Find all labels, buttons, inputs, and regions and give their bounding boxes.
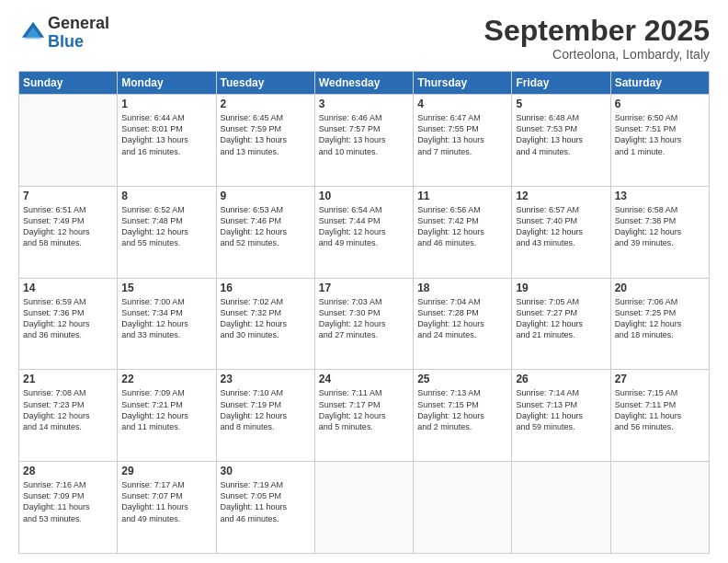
calendar-header-row: SundayMondayTuesdayWednesdayThursdayFrid… (19, 72, 710, 95)
cell-text: Sunrise: 7:14 AMSunset: 7:13 PMDaylight:… (516, 387, 606, 432)
day-number: 27 (615, 373, 705, 385)
cell-text: Sunrise: 6:53 AMSunset: 7:46 PMDaylight:… (221, 204, 311, 249)
cell-text: Sunrise: 6:44 AMSunset: 8:01 PMDaylight:… (121, 112, 211, 157)
calendar-cell: 1Sunrise: 6:44 AMSunset: 8:01 PMDaylight… (118, 95, 216, 187)
day-number: 20 (615, 282, 705, 294)
location: Corteolona, Lombardy, Italy (484, 47, 710, 62)
cell-text: Sunrise: 7:09 AMSunset: 7:21 PMDaylight:… (121, 387, 211, 432)
day-number: 12 (516, 190, 606, 202)
day-number: 1 (121, 98, 211, 110)
logo-general-text: General (48, 14, 109, 32)
day-number: 16 (221, 282, 311, 294)
calendar-day-header: Sunday (19, 72, 118, 95)
calendar-cell (19, 95, 118, 187)
calendar-cell: 23Sunrise: 7:10 AMSunset: 7:19 PMDayligh… (216, 370, 314, 462)
header: General Blue September 2025 Corteolona, … (18, 15, 710, 62)
cell-text: Sunrise: 6:48 AMSunset: 7:53 PMDaylight:… (516, 112, 606, 157)
cell-text: Sunrise: 6:54 AMSunset: 7:44 PMDaylight:… (319, 204, 409, 249)
calendar-cell: 21Sunrise: 7:08 AMSunset: 7:23 PMDayligh… (19, 370, 118, 462)
calendar-day-header: Tuesday (216, 72, 314, 95)
day-number: 13 (615, 190, 705, 202)
calendar-cell: 22Sunrise: 7:09 AMSunset: 7:21 PMDayligh… (118, 370, 216, 462)
calendar-cell: 8Sunrise: 6:52 AMSunset: 7:48 PMDaylight… (118, 186, 216, 278)
logo-icon (20, 20, 46, 46)
page: General Blue September 2025 Corteolona, … (0, 0, 728, 563)
calendar-week-row: 7Sunrise: 6:51 AMSunset: 7:49 PMDaylight… (19, 186, 710, 278)
calendar-cell: 13Sunrise: 6:58 AMSunset: 7:38 PMDayligh… (610, 186, 709, 278)
calendar-cell: 30Sunrise: 7:19 AMSunset: 7:05 PMDayligh… (216, 462, 314, 554)
cell-text: Sunrise: 7:13 AMSunset: 7:15 PMDaylight:… (417, 387, 507, 432)
day-number: 10 (319, 190, 409, 202)
cell-text: Sunrise: 6:59 AMSunset: 7:36 PMDaylight:… (23, 296, 113, 341)
calendar-cell: 27Sunrise: 7:15 AMSunset: 7:11 PMDayligh… (610, 370, 709, 462)
day-number: 8 (121, 190, 211, 202)
day-number: 14 (23, 282, 113, 294)
calendar-cell: 17Sunrise: 7:03 AMSunset: 7:30 PMDayligh… (314, 278, 413, 370)
calendar-cell (414, 462, 512, 554)
day-number: 11 (417, 190, 507, 202)
cell-text: Sunrise: 6:51 AMSunset: 7:49 PMDaylight:… (23, 204, 113, 249)
day-number: 15 (121, 282, 211, 294)
calendar-cell (610, 462, 709, 554)
month-title: September 2025 (484, 15, 710, 47)
calendar-week-row: 14Sunrise: 6:59 AMSunset: 7:36 PMDayligh… (19, 278, 710, 370)
day-number: 9 (221, 190, 311, 202)
day-number: 22 (121, 373, 211, 385)
calendar-day-header: Monday (118, 72, 216, 95)
calendar-cell: 9Sunrise: 6:53 AMSunset: 7:46 PMDaylight… (216, 186, 314, 278)
calendar-week-row: 21Sunrise: 7:08 AMSunset: 7:23 PMDayligh… (19, 370, 710, 462)
day-number: 2 (221, 98, 311, 110)
day-number: 30 (221, 465, 311, 477)
calendar-week-row: 1Sunrise: 6:44 AMSunset: 8:01 PMDaylight… (19, 95, 710, 187)
cell-text: Sunrise: 6:50 AMSunset: 7:51 PMDaylight:… (615, 112, 705, 157)
calendar-cell: 14Sunrise: 6:59 AMSunset: 7:36 PMDayligh… (19, 278, 118, 370)
cell-text: Sunrise: 7:03 AMSunset: 7:30 PMDaylight:… (319, 296, 409, 341)
calendar-week-row: 28Sunrise: 7:16 AMSunset: 7:09 PMDayligh… (19, 462, 710, 554)
calendar-cell: 12Sunrise: 6:57 AMSunset: 7:40 PMDayligh… (512, 186, 610, 278)
day-number: 18 (417, 282, 507, 294)
calendar-cell: 16Sunrise: 7:02 AMSunset: 7:32 PMDayligh… (216, 278, 314, 370)
logo-blue-text: Blue (48, 32, 84, 51)
day-number: 3 (319, 98, 409, 110)
cell-text: Sunrise: 7:02 AMSunset: 7:32 PMDaylight:… (221, 296, 311, 341)
calendar-cell: 25Sunrise: 7:13 AMSunset: 7:15 PMDayligh… (414, 370, 512, 462)
cell-text: Sunrise: 7:05 AMSunset: 7:27 PMDaylight:… (516, 296, 606, 341)
calendar-cell: 28Sunrise: 7:16 AMSunset: 7:09 PMDayligh… (19, 462, 118, 554)
cell-text: Sunrise: 6:57 AMSunset: 7:40 PMDaylight:… (516, 204, 606, 249)
day-number: 19 (516, 282, 606, 294)
cell-text: Sunrise: 7:06 AMSunset: 7:25 PMDaylight:… (615, 296, 705, 341)
cell-text: Sunrise: 7:04 AMSunset: 7:28 PMDaylight:… (417, 296, 507, 341)
calendar-cell: 18Sunrise: 7:04 AMSunset: 7:28 PMDayligh… (414, 278, 512, 370)
cell-text: Sunrise: 6:52 AMSunset: 7:48 PMDaylight:… (121, 204, 211, 249)
day-number: 28 (23, 465, 113, 477)
calendar-day-header: Wednesday (314, 72, 413, 95)
day-number: 7 (23, 190, 113, 202)
calendar-cell: 6Sunrise: 6:50 AMSunset: 7:51 PMDaylight… (610, 95, 709, 187)
calendar-cell (314, 462, 413, 554)
calendar-cell (512, 462, 610, 554)
calendar-day-header: Friday (512, 72, 610, 95)
calendar-day-header: Saturday (610, 72, 709, 95)
cell-text: Sunrise: 7:15 AMSunset: 7:11 PMDaylight:… (615, 387, 705, 432)
cell-text: Sunrise: 6:56 AMSunset: 7:42 PMDaylight:… (417, 204, 507, 249)
calendar-table: SundayMondayTuesdayWednesdayThursdayFrid… (18, 71, 710, 554)
day-number: 23 (221, 373, 311, 385)
calendar-cell: 11Sunrise: 6:56 AMSunset: 7:42 PMDayligh… (414, 186, 512, 278)
calendar-cell: 15Sunrise: 7:00 AMSunset: 7:34 PMDayligh… (118, 278, 216, 370)
cell-text: Sunrise: 7:08 AMSunset: 7:23 PMDaylight:… (23, 387, 113, 432)
day-number: 24 (319, 373, 409, 385)
cell-text: Sunrise: 7:11 AMSunset: 7:17 PMDaylight:… (319, 387, 409, 432)
day-number: 4 (417, 98, 507, 110)
cell-text: Sunrise: 6:46 AMSunset: 7:57 PMDaylight:… (319, 112, 409, 157)
day-number: 5 (516, 98, 606, 110)
cell-text: Sunrise: 7:00 AMSunset: 7:34 PMDaylight:… (121, 296, 211, 341)
cell-text: Sunrise: 6:45 AMSunset: 7:59 PMDaylight:… (221, 112, 311, 157)
calendar-cell: 10Sunrise: 6:54 AMSunset: 7:44 PMDayligh… (314, 186, 413, 278)
cell-text: Sunrise: 7:10 AMSunset: 7:19 PMDaylight:… (221, 387, 311, 432)
cell-text: Sunrise: 7:19 AMSunset: 7:05 PMDaylight:… (221, 479, 311, 524)
cell-text: Sunrise: 6:58 AMSunset: 7:38 PMDaylight:… (615, 204, 705, 249)
day-number: 25 (417, 373, 507, 385)
cell-text: Sunrise: 7:17 AMSunset: 7:07 PMDaylight:… (121, 479, 211, 524)
calendar-cell: 3Sunrise: 6:46 AMSunset: 7:57 PMDaylight… (314, 95, 413, 187)
calendar-cell: 4Sunrise: 6:47 AMSunset: 7:55 PMDaylight… (414, 95, 512, 187)
